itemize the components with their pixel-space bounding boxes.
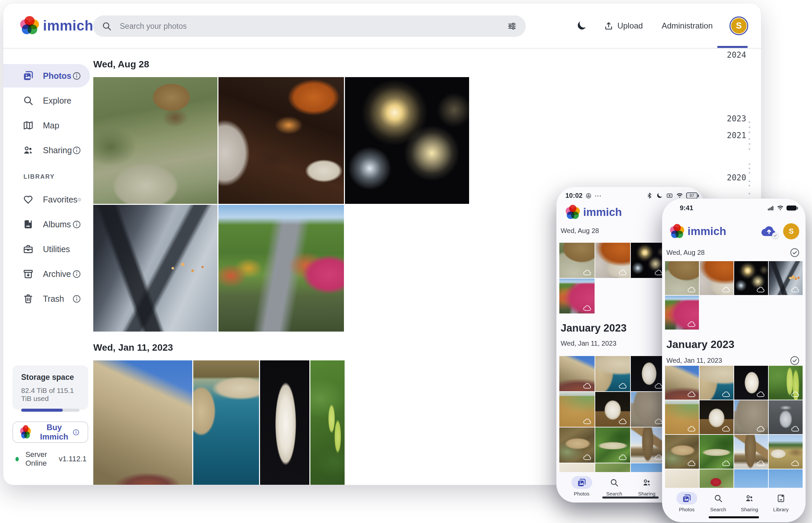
photo-fortress[interactable] [665, 366, 699, 400]
photo-fireworks[interactable] [734, 261, 768, 295]
library-tab-icon [771, 492, 791, 505]
immich-wordmark: immich [688, 225, 726, 238]
photo-fireworks[interactable] [345, 77, 469, 204]
info-icon[interactable] [77, 195, 81, 204]
photo-snake[interactable] [699, 435, 733, 469]
server-version: v1.112.1 [59, 455, 87, 463]
tab-sharing[interactable]: Sharing [637, 476, 657, 497]
upload-button[interactable]: Upload [602, 21, 645, 31]
sidebar-item-label: Explore [43, 96, 71, 106]
server-status-label: Server Online [25, 450, 59, 468]
photo-path[interactable] [559, 278, 594, 314]
photo-hands[interactable] [769, 261, 802, 295]
photo-cliff[interactable] [559, 392, 594, 427]
photo-bust[interactable] [631, 356, 666, 391]
cloud-backup-icon [583, 418, 592, 425]
photo-monkeys[interactable] [93, 77, 218, 204]
photo-bust[interactable] [734, 366, 768, 400]
tab-search[interactable]: Search [604, 476, 625, 497]
photo-lizard[interactable] [665, 435, 699, 469]
info-icon[interactable] [72, 146, 81, 155]
sidebar-item-label: Trash [43, 294, 64, 304]
photo-hands[interactable] [93, 205, 218, 331]
photo-fortress[interactable] [93, 360, 192, 485]
photo-fortress[interactable] [559, 356, 594, 391]
buy-immich-button[interactable]: Buy Immich [13, 421, 88, 443]
photo-snowy[interactable] [631, 428, 666, 463]
photo-berries[interactable] [310, 360, 345, 485]
tab-sharing[interactable]: Sharing [739, 492, 760, 512]
no-sim-icon [666, 192, 673, 199]
sidebar-item-utilities[interactable]: Utilities [3, 237, 90, 261]
administration-link[interactable]: Administration [660, 21, 715, 31]
sidebar-item-archive[interactable]: Archive [3, 262, 90, 286]
photos-icon [23, 70, 34, 81]
photo-monkeys[interactable] [559, 243, 594, 278]
photo-farm[interactable] [769, 435, 802, 469]
dark-mode-toggle-icon[interactable] [576, 20, 587, 32]
photo-bust[interactable] [260, 360, 309, 485]
photo-bay[interactable] [595, 356, 630, 391]
photo-pale[interactable] [665, 469, 699, 489]
cloud-backup-icon [583, 305, 592, 311]
tab-search[interactable]: Search [708, 492, 728, 512]
photo-cliff[interactable] [665, 400, 699, 434]
user-avatar[interactable]: S [783, 223, 799, 239]
photo-ruins[interactable] [631, 392, 666, 427]
trash-icon [23, 293, 34, 304]
photo-berries[interactable] [769, 366, 802, 400]
immich-logo[interactable]: immich [21, 17, 93, 35]
filter-sliders-icon[interactable] [507, 21, 517, 31]
scrubber-tick [748, 163, 750, 165]
info-icon[interactable] [72, 294, 81, 303]
tab-photos[interactable]: Photos [676, 492, 697, 512]
photo-path[interactable] [219, 205, 344, 331]
battery-icon: 97 [686, 193, 699, 199]
photo-lizard[interactable] [559, 428, 594, 463]
sidebar-item-map[interactable]: Map [3, 114, 90, 137]
info-icon[interactable] [72, 71, 81, 80]
upload-icon [604, 21, 614, 31]
photo-path[interactable] [665, 296, 699, 329]
cloud-backup-icon [756, 426, 765, 432]
select-all-check-icon[interactable] [790, 355, 800, 366]
photo-flowers[interactable] [699, 469, 733, 489]
photo-snake[interactable] [595, 428, 630, 463]
scrubber-year-label: 2021 [727, 131, 746, 140]
cloud-backup-icon [654, 418, 663, 425]
photo-bay[interactable] [193, 360, 259, 485]
sidebar-item-sharing[interactable]: Sharing [3, 139, 90, 162]
sharing-tab-icon [739, 492, 760, 505]
sidebar-item-trash[interactable]: Trash [3, 287, 90, 310]
photo-sky[interactable] [734, 469, 768, 489]
search-input[interactable]: Search your photos [93, 15, 526, 37]
storage-title: Storage space [21, 373, 80, 382]
info-icon[interactable] [72, 220, 81, 229]
info-icon[interactable] [72, 270, 81, 278]
photo-sculpture[interactable] [595, 392, 630, 427]
scrubber-year-label: 2020 [727, 173, 746, 182]
photo-dinner[interactable] [699, 261, 733, 295]
sidebar-item-explore[interactable]: Explore [3, 89, 90, 112]
tab-photos[interactable]: Photos [571, 476, 592, 497]
sidebar-item-albums[interactable]: Albums [3, 213, 90, 236]
photo-sculpture[interactable] [699, 400, 733, 434]
photo-snowy[interactable] [734, 435, 768, 469]
cloud-sync-button[interactable] [760, 225, 778, 238]
topbar-divider [3, 48, 761, 49]
photo-dinner[interactable] [595, 243, 630, 278]
tab-library[interactable]: Library [771, 492, 791, 512]
month-header: January 2023 [667, 338, 805, 351]
photo-trophy[interactable] [769, 400, 802, 434]
sidebar-item-favorites[interactable]: Favorites [3, 188, 90, 211]
photo-ruins[interactable] [734, 400, 768, 434]
stage: immich Search your photos Upload Adminis… [0, 0, 812, 523]
photo-bay[interactable] [699, 366, 733, 400]
cloud-backup-icon [687, 391, 696, 398]
photo-monkeys[interactable] [665, 261, 699, 295]
photo-sky[interactable] [769, 469, 802, 489]
photo-fireworks[interactable] [631, 243, 666, 278]
select-all-check-icon[interactable] [790, 248, 800, 258]
sidebar-item-photos[interactable]: Photos [3, 64, 90, 88]
photo-dinner[interactable] [219, 77, 344, 204]
